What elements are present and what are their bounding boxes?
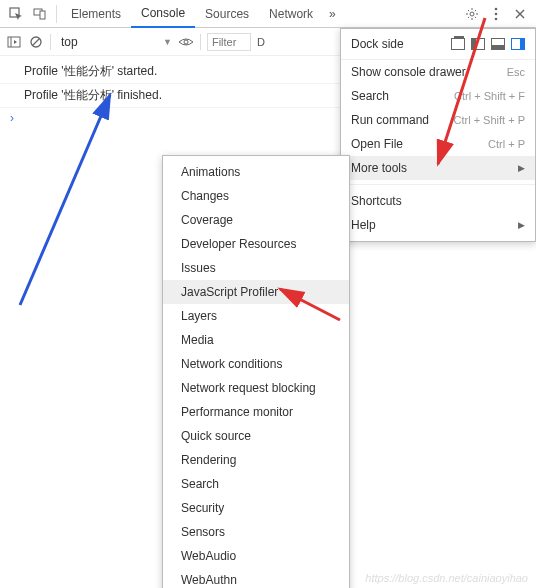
main-menu: Dock side Show console drawerEsc SearchC… bbox=[340, 28, 536, 242]
levels-dropdown[interactable]: D bbox=[257, 36, 265, 48]
dock-right-icon[interactable] bbox=[511, 38, 525, 50]
tool-coverage[interactable]: Coverage bbox=[163, 208, 349, 232]
svg-point-21 bbox=[184, 40, 188, 44]
context-selector[interactable]: top bbox=[57, 33, 157, 51]
tool-network-request-blocking[interactable]: Network request blocking bbox=[163, 376, 349, 400]
tool-webaudio[interactable]: WebAudio bbox=[163, 544, 349, 568]
gear-icon[interactable] bbox=[464, 6, 480, 22]
svg-point-12 bbox=[495, 7, 498, 10]
tool-javascript-profiler[interactable]: JavaScript Profiler bbox=[163, 280, 349, 304]
dock-bottom-icon[interactable] bbox=[491, 38, 505, 50]
tool-changes[interactable]: Changes bbox=[163, 184, 349, 208]
svg-line-11 bbox=[475, 10, 476, 11]
tool-quick-source[interactable]: Quick source bbox=[163, 424, 349, 448]
clear-console-icon[interactable] bbox=[28, 34, 44, 50]
menu-run-command[interactable]: Run commandCtrl + Shift + P bbox=[341, 108, 535, 132]
dock-label: Dock side bbox=[351, 37, 443, 51]
svg-point-13 bbox=[495, 12, 498, 15]
svg-line-10 bbox=[468, 16, 469, 17]
menu-search[interactable]: SearchCtrl + Shift + F bbox=[341, 84, 535, 108]
tool-search[interactable]: Search bbox=[163, 472, 349, 496]
dock-undock-icon[interactable] bbox=[451, 38, 465, 50]
svg-point-14 bbox=[495, 17, 498, 20]
chevron-right-icon: ▶ bbox=[518, 220, 525, 230]
dock-side-row: Dock side bbox=[341, 29, 535, 60]
chevron-right-icon: ▶ bbox=[518, 163, 525, 173]
devtools-tabbar: Elements Console Sources Network » bbox=[0, 0, 536, 28]
tool-webauthn[interactable]: WebAuthn bbox=[163, 568, 349, 588]
filter-input[interactable] bbox=[207, 33, 251, 51]
svg-point-3 bbox=[470, 12, 474, 16]
tool-media[interactable]: Media bbox=[163, 328, 349, 352]
watermark: https://blog.csdn.net/cainiaoyihao bbox=[365, 572, 528, 584]
tool-security[interactable]: Security bbox=[163, 496, 349, 520]
inspect-icon[interactable] bbox=[8, 6, 24, 22]
tool-animations[interactable]: Animations bbox=[163, 160, 349, 184]
svg-line-20 bbox=[33, 38, 40, 45]
menu-help[interactable]: Help▶ bbox=[341, 213, 535, 237]
tabs-overflow-icon[interactable]: » bbox=[323, 1, 342, 27]
menu-open-file[interactable]: Open FileCtrl + P bbox=[341, 132, 535, 156]
tool-layers[interactable]: Layers bbox=[163, 304, 349, 328]
tab-network[interactable]: Network bbox=[259, 1, 323, 27]
tool-performance-monitor[interactable]: Performance monitor bbox=[163, 400, 349, 424]
tab-console[interactable]: Console bbox=[131, 0, 195, 28]
menu-show-drawer[interactable]: Show console drawerEsc bbox=[341, 60, 535, 84]
menu-more-tools[interactable]: More tools▶ bbox=[341, 156, 535, 180]
menu-shortcuts[interactable]: Shortcuts bbox=[341, 189, 535, 213]
device-toggle-icon[interactable] bbox=[32, 6, 48, 22]
tool-network-conditions[interactable]: Network conditions bbox=[163, 352, 349, 376]
tool-developer-resources[interactable]: Developer Resources bbox=[163, 232, 349, 256]
svg-line-8 bbox=[468, 10, 469, 11]
tab-elements[interactable]: Elements bbox=[61, 1, 131, 27]
svg-line-9 bbox=[475, 16, 476, 17]
eye-icon[interactable] bbox=[178, 34, 194, 50]
tool-rendering[interactable]: Rendering bbox=[163, 448, 349, 472]
chevron-down-icon[interactable]: ▼ bbox=[163, 37, 172, 47]
tool-issues[interactable]: Issues bbox=[163, 256, 349, 280]
close-icon[interactable] bbox=[512, 6, 528, 22]
more-tools-submenu: Animations Changes Coverage Developer Re… bbox=[162, 155, 350, 588]
kebab-icon[interactable] bbox=[488, 6, 504, 22]
sidebar-toggle-icon[interactable] bbox=[6, 34, 22, 50]
svg-rect-2 bbox=[40, 11, 45, 19]
dock-left-icon[interactable] bbox=[471, 38, 485, 50]
tab-sources[interactable]: Sources bbox=[195, 1, 259, 27]
tool-sensors[interactable]: Sensors bbox=[163, 520, 349, 544]
